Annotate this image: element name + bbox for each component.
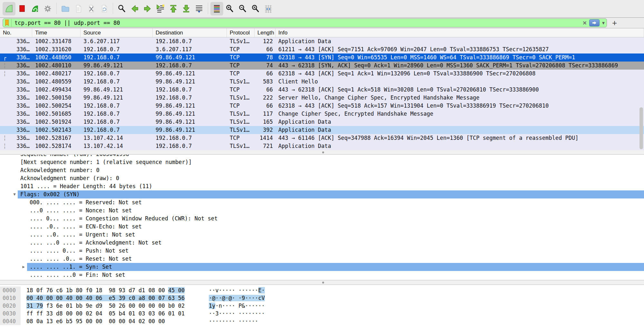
restart-capture-button[interactable] [28,2,41,15]
stop-capture-button[interactable] [15,2,28,15]
cell-src: 13.107.42.14 [81,134,153,142]
detail-line-15[interactable]: ▶.... .... ..1. = Syn: Set [0,263,644,271]
hex-bytes[interactable]: 00 40 00 00 40 00 40 06 e5 39 c0 a8 00 0… [26,294,185,302]
open-file-folder-button[interactable] [59,2,72,15]
hex-row-0030[interactable]: 0030ff ff 33 d8 00 00 02 04 05 b4 01 03 … [0,310,644,317]
detail-line-8[interactable]: ...0 .... .... = Nonce: Not set [0,207,644,215]
packet-row-5[interactable]: 336…1002.480217192.168.0.799.86.49.121TC… [0,70,644,78]
go-to-packet-icon [156,4,165,14]
hex-ascii[interactable]: ··3····· ········ [209,310,265,317]
zoom-reset-button[interactable] [249,2,262,15]
hex-row-0020[interactable]: 002031 79 f3 6e 01 bb 9e d9 50 26 00 00 … [0,302,644,310]
filter-add-button[interactable]: + [612,20,617,26]
resize-columns-icon [264,4,273,14]
splitter-list-details[interactable] [0,150,644,155]
hex-bytes[interactable]: 18 0f 76 c6 1b 80 f0 18 98 93 d7 d1 08 0… [26,286,185,294]
go-previous-packet-button[interactable] [128,2,141,15]
collapse-triangle-icon[interactable]: ▼ [12,190,17,198]
hex-ascii[interactable]: ··v····· ······E· [209,286,265,294]
hex-dump-pane: 000018 0f 76 c6 1b 80 f0 18 98 93 d7 d1 … [0,285,644,328]
hex-ascii[interactable]: ········ ······ [209,317,258,325]
hex-bytes[interactable]: ff ff 33 d8 00 00 02 04 05 b4 01 03 03 0… [26,310,185,317]
packet-row-1[interactable]: 336…1002.3314783.6.207.117192.168.0.7TLS… [0,37,644,45]
packet-row-12[interactable]: 336…1002.502143192.168.0.799.86.49.121TL… [0,126,644,134]
display-filter-field[interactable]: tcp.port == 80 || udp.port == 80 ✕ ▼ [3,18,607,27]
detail-line-14[interactable]: .... .... .0.. = Reset: Not set [0,255,644,263]
auto-scroll-button[interactable] [193,2,206,15]
hex-bytes[interactable]: 08 0a 13 e6 b5 95 00 00 00 00 04 02 00 0… [26,317,165,325]
go-next-packet-button[interactable] [141,2,154,15]
column-header-length[interactable]: Length [255,28,275,37]
packet-row-3[interactable]: 336…1002.448050192.168.0.799.86.49.121TC… [0,53,644,62]
detail-line-13[interactable]: .... .... 0... = Push: Not set [0,247,644,255]
apply-arrow-icon [591,20,598,25]
detail-line-10[interactable]: .... .0.. .... = ECN-Echo: Not set [0,223,644,231]
wireshark-fin-start-capture-button[interactable] [3,2,15,15]
zoom-out-button[interactable] [236,2,249,15]
open-file-folder-icon [61,4,70,14]
packet-list-scrollbar-thumb[interactable] [639,107,643,149]
capture-options-gear-button[interactable] [41,2,54,15]
detail-line-3[interactable]: Acknowledgment number: 0 [0,166,644,174]
packet-row-2[interactable]: 336…1002.331620192.168.0.73.6.207.117TCP… [0,45,644,53]
detail-line-12[interactable]: .... ...0 .... = Acknowledgment: Not set [0,239,644,247]
display-filter-input[interactable]: tcp.port == 80 || udp.port == 80 [12,20,581,26]
column-header-time[interactable]: Time [32,28,81,37]
packet-row-9[interactable]: 336…1002.500254192.168.0.799.86.49.121TC… [0,102,644,110]
detail-line-2[interactable]: [Next sequence number: 1 (relative seque… [0,158,644,166]
packet-row-6[interactable]: 336…1002.480559192.168.0.799.86.49.121TL… [0,78,644,86]
go-first-packet-button[interactable] [167,2,180,15]
go-last-packet-button[interactable] [180,2,193,15]
filter-clear-icon[interactable]: ✕ [581,20,589,26]
related-packet-mark-icon: ┌ [3,53,9,62]
hex-bytes[interactable]: 31 79 f3 6e 01 bb 9e d9 50 26 00 00 00 0… [26,302,185,310]
cell-time: 1002.480110 [32,62,81,70]
detail-text: Acknowledgment number (raw): 0 [18,174,644,182]
hex-row-0000[interactable]: 000018 0f 76 c6 1b 80 f0 18 98 93 d7 d1 … [0,286,644,294]
hex-ascii[interactable]: 1y·n···· P&······ [209,302,265,310]
expand-triangle-icon[interactable]: ▶ [21,263,26,271]
column-header-protocol[interactable]: Protocol [227,28,255,37]
detail-line-1[interactable]: Sequence number (raw): 2065041998 [0,155,644,158]
column-header-source[interactable]: Source [81,28,153,37]
hex-ascii[interactable]: ·@··@·@· ·9····cV [209,294,265,302]
packet-row-14[interactable]: 336…1002.52817413.107.42.14192.168.0.7TL… [0,142,644,150]
column-header-info[interactable]: Info [275,28,644,37]
packet-row-8[interactable]: 336…1002.50015099.86.49.121192.168.0.7TL… [0,94,644,102]
hex-row-0040[interactable]: 004008 0a 13 e6 b5 95 00 00 00 00 04 02 … [0,317,644,325]
filter-apply-button[interactable] [589,19,600,26]
cell-time: 1002.448050 [32,53,81,62]
capture-options-gear-icon [43,4,53,14]
detail-line-6[interactable]: ▼Flags: 0x002 (SYN) [0,190,644,198]
zoom-in-button[interactable] [223,2,236,15]
cell-src: 99.86.49.121 [81,86,153,94]
splitter-details-hex[interactable] [0,280,644,285]
colorize-packets-button[interactable] [210,2,223,15]
filter-history-chevron-icon[interactable]: ▼ [600,21,607,25]
cell-proto: TLSv1… [227,37,255,45]
find-packet-icon [117,4,127,14]
detail-line-5[interactable]: 1011 .... = Header Length: 44 bytes (11) [0,182,644,190]
cell-proto: TLSv1… [227,126,255,134]
cell-time: 1002.500254 [32,102,81,110]
detail-line-4[interactable]: Acknowledgment number (raw): 0 [0,174,644,182]
splitter-handle-icon [322,151,324,153]
filter-bookmark-icon[interactable] [3,19,12,27]
column-header-destination[interactable]: Destination [153,28,227,37]
cell-dst: 99.86.49.121 [153,53,227,62]
detail-line-7[interactable]: 000. .... .... = Reserved: Not set [0,198,644,207]
column-header-no[interactable]: No. [0,28,32,37]
find-packet-button[interactable] [115,2,128,15]
packet-row-10[interactable]: 336…1002.501685192.168.0.799.86.49.121TL… [0,110,644,118]
detail-line-16[interactable]: .... .... ...0 = Fin: Not set [0,271,644,279]
packet-row-13[interactable]: 336…1002.52816713.107.42.14192.168.0.7TC… [0,134,644,142]
go-to-packet-button[interactable] [154,2,167,15]
detail-line-11[interactable]: .... ..0. .... = Urgent: Not set [0,231,644,239]
packet-row-4[interactable]: 336…1002.48011099.86.49.121192.168.0.7TC… [0,62,644,70]
resize-columns-button[interactable] [262,2,275,15]
packet-row-7[interactable]: 336…1002.49943499.86.49.121192.168.0.7TC… [0,86,644,94]
detail-line-9[interactable]: .... 0... .... = Congestion Window Reduc… [0,215,644,223]
packet-row-11[interactable]: 336…1002.501924192.168.0.799.86.49.121TL… [0,118,644,126]
hex-row-0010[interactable]: 001000 40 00 00 40 00 40 06 e5 39 c0 a8 … [0,294,644,302]
cell-src: 13.107.42.14 [81,142,153,150]
